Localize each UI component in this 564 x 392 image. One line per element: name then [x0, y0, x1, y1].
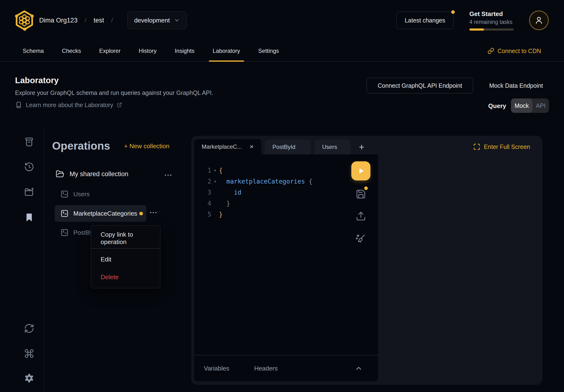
avatar[interactable] — [529, 11, 549, 30]
top-bar: Dima Org123 / test / development Latest … — [0, 0, 564, 41]
line-number: 1 — [200, 167, 211, 174]
menu-item-delete[interactable]: Delete — [91, 271, 160, 283]
tab-label: Laboratory — [213, 48, 240, 54]
link-icon — [488, 48, 494, 54]
add-tab-button[interactable]: + — [356, 140, 368, 154]
latest-changes-button[interactable]: Latest changes — [396, 12, 454, 29]
operation-context-menu: Copy link to operation Edit Delete — [91, 225, 160, 288]
operations-heading: Operations — [52, 139, 110, 152]
tab-explorer[interactable]: Explorer — [99, 41, 121, 61]
breadcrumb-separator: / — [111, 17, 113, 24]
folder-plus-icon[interactable] — [24, 187, 34, 197]
operation-item-marketplacecategories[interactable]: MarketplaceCategories — [55, 205, 146, 222]
operation-menu-button[interactable] — [150, 212, 157, 213]
tab-settings[interactable]: Settings — [258, 41, 279, 61]
refresh-icon[interactable] — [24, 323, 34, 334]
line-number: 4 — [200, 200, 211, 207]
new-collection-button[interactable]: + New collection — [124, 142, 169, 150]
tab-insights[interactable]: Insights — [175, 41, 194, 61]
get-started-widget[interactable]: Get Started 4 remaining tasks — [469, 10, 515, 31]
connect-to-cdn-link[interactable]: Connect to CDN — [488, 41, 541, 61]
progress-fill — [469, 28, 484, 31]
mock-data-endpoint-link[interactable]: Mock Data Endpoint — [489, 82, 543, 89]
fold-caret-icon[interactable]: ▾ — [211, 168, 219, 173]
chevron-up-icon[interactable] — [355, 364, 363, 372]
cosmo-logo-icon[interactable] — [14, 10, 35, 31]
main-nav: Schema Checks Explorer History Insights … — [0, 41, 564, 62]
editor-tab-users[interactable]: Users — [315, 140, 351, 154]
code-text: id — [219, 189, 241, 196]
tab-laboratory[interactable]: Laboratory — [213, 41, 240, 61]
headers-tab[interactable]: Headers — [254, 365, 277, 372]
connect-graphql-endpoint-label: Connect GraphQL API Endpoint — [378, 82, 462, 89]
folder-open-icon — [56, 170, 64, 178]
collection-menu-button[interactable] — [165, 174, 171, 176]
latest-changes-label: Latest changes — [405, 17, 445, 24]
close-tab-icon[interactable]: × — [250, 143, 254, 150]
code-line[interactable]: 5} — [200, 209, 347, 220]
tab-checks[interactable]: Checks — [62, 41, 81, 61]
connect-to-cdn-label: Connect to CDN — [497, 48, 541, 55]
fullscreen-icon — [473, 143, 480, 150]
collection-my-shared[interactable]: My shared collection — [56, 170, 128, 178]
unsaved-changes-dot — [364, 186, 368, 190]
code-line[interactable]: 1▾{ — [200, 165, 347, 176]
learn-more-link[interactable]: Learn more about the Laboratory — [15, 101, 122, 109]
menu-item-copy-link[interactable]: Copy link to operation — [91, 232, 160, 245]
operation-item-users[interactable]: Users — [55, 186, 146, 202]
editor-tab-label: MarketplaceC... — [202, 143, 242, 150]
archive-icon[interactable] — [24, 137, 34, 147]
history-icon[interactable] — [24, 162, 34, 172]
editor-tab-postbyid[interactable]: PostById — [265, 140, 311, 154]
tab-label: Settings — [258, 48, 279, 54]
variables-tab[interactable]: Variables — [204, 365, 229, 372]
app-window: Dima Org123 / test / development Latest … — [0, 0, 564, 392]
code-line[interactable]: 2▾ marketplaceCategories { — [200, 176, 347, 187]
breadcrumb-project[interactable]: test — [94, 17, 104, 24]
tab-label: Checks — [62, 48, 81, 54]
left-rail — [0, 127, 44, 392]
chevron-down-icon — [174, 17, 180, 23]
bookmark-icon[interactable] — [24, 212, 34, 223]
code-line[interactable]: 4 } — [200, 198, 347, 209]
fold-caret-icon[interactable]: ▾ — [211, 179, 219, 184]
code-lines: 1▾{2▾ marketplaceCategories {3 id4 }5} — [200, 165, 347, 220]
query-editor[interactable]: 1▾{2▾ marketplaceCategories {3 id4 }5} — [194, 154, 378, 381]
menu-divider — [91, 248, 160, 249]
external-link-icon — [117, 102, 122, 108]
command-icon[interactable] — [24, 348, 34, 359]
editor-tab-label: Users — [322, 144, 337, 150]
toggle-option-mock[interactable]: Mock — [511, 98, 533, 113]
notification-dot — [451, 10, 455, 14]
get-started-subtitle: 4 remaining tasks — [469, 19, 515, 25]
run-query-button[interactable] — [351, 161, 371, 181]
user-icon — [534, 15, 544, 25]
enter-fullscreen-button[interactable]: Enter Full Screen — [473, 142, 530, 151]
play-icon — [356, 166, 365, 175]
line-number: 3 — [200, 189, 211, 196]
tab-history[interactable]: History — [139, 41, 157, 61]
prettify-broom-icon[interactable] — [355, 233, 366, 245]
save-operation-icon[interactable] — [356, 189, 366, 199]
environment-select[interactable]: development — [127, 12, 187, 29]
share-upload-icon[interactable] — [356, 211, 366, 221]
mock-api-toggle[interactable]: Mock API — [511, 98, 549, 113]
settings-gear-icon[interactable] — [24, 373, 34, 383]
book-icon — [15, 101, 22, 109]
breadcrumb-separator: / — [85, 17, 86, 24]
operation-item-label: Users — [73, 191, 90, 198]
toggle-option-api[interactable]: API — [533, 98, 549, 113]
page-description: Explore your GraphQL schema and run quer… — [15, 89, 213, 96]
connect-graphql-endpoint-button[interactable]: Connect GraphQL API Endpoint — [367, 78, 473, 94]
code-line[interactable]: 3 id — [200, 187, 347, 198]
terminal-square-icon — [60, 228, 69, 237]
line-number: 5 — [200, 211, 211, 218]
get-started-title: Get Started — [469, 10, 515, 18]
code-text: { — [219, 167, 223, 174]
tab-schema[interactable]: Schema — [23, 41, 44, 61]
unsaved-changes-dot — [139, 212, 143, 215]
editor-tab-marketplacecategories[interactable]: MarketplaceC... × — [194, 139, 261, 154]
breadcrumb-org[interactable]: Dima Org123 — [39, 17, 78, 24]
query-label: Query — [488, 102, 506, 110]
menu-item-edit[interactable]: Edit — [91, 253, 160, 266]
